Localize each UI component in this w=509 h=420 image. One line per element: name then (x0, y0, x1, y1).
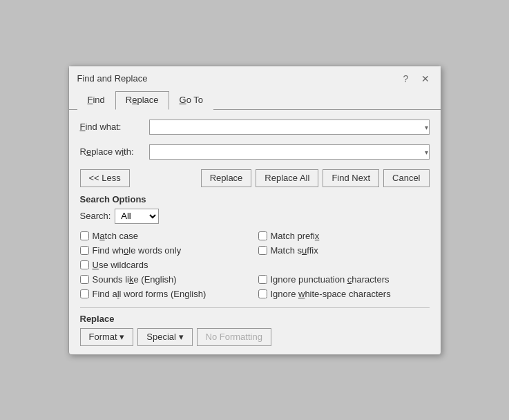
ignore-punct-row: Ignore punctuation characters (258, 273, 430, 286)
replace-section-title: Replace (80, 314, 430, 324)
match-case-label[interactable]: Match case (93, 231, 139, 241)
match-case-checkbox[interactable] (80, 231, 89, 240)
title-bar: Find and Replace ? ✕ (69, 66, 441, 86)
find-what-label: Find what: (80, 122, 149, 132)
all-forms-checkbox[interactable] (80, 289, 89, 298)
dialog-content: Find what: ▾ Replace with: ▾ << Less Rep… (69, 110, 441, 354)
options-grid: Match case Match prefix Find whole words… (80, 229, 430, 300)
whole-words-label[interactable]: Find whole words only (93, 245, 182, 256)
search-options-title: Search Options (80, 194, 430, 204)
less-button[interactable]: << Less (80, 169, 130, 187)
tab-find-label: Find (88, 95, 105, 105)
no-formatting-button[interactable]: No Formatting (197, 328, 271, 346)
match-suffix-checkbox[interactable] (258, 246, 267, 255)
tab-replace-label: Replace (126, 95, 159, 105)
format-button[interactable]: Format ▾ (80, 328, 134, 346)
tab-goto-label: Go To (180, 95, 203, 105)
sounds-like-checkbox[interactable] (80, 275, 89, 284)
tab-find[interactable]: Find (77, 91, 115, 110)
format-row: Format ▾ Special ▾ No Formatting (80, 328, 430, 346)
find-replace-dialog: Find and Replace ? ✕ Find Replace Go To … (68, 66, 441, 355)
section-divider (80, 307, 430, 308)
find-what-input[interactable] (149, 120, 430, 135)
replace-with-input-wrapper: ▾ (149, 144, 430, 160)
match-prefix-row: Match prefix (258, 229, 430, 242)
tab-goto[interactable]: Go To (169, 91, 213, 110)
ignore-space-checkbox[interactable] (258, 289, 267, 298)
wildcards-label[interactable]: Use wildcards (93, 260, 148, 270)
replace-with-row: Replace with: ▾ (80, 144, 430, 160)
sounds-like-label[interactable]: Sounds like (English) (93, 274, 177, 285)
find-next-button[interactable]: Find Next (323, 169, 379, 187)
whole-words-row: Find whole words only (80, 244, 251, 257)
ignore-space-label[interactable]: Ignore white-space characters (271, 289, 391, 299)
match-prefix-label[interactable]: Match prefix (271, 231, 320, 241)
sounds-like-row: Sounds like (English) (80, 273, 251, 286)
action-buttons-row: << Less Replace Replace All Find Next Ca… (80, 169, 430, 187)
cancel-button[interactable]: Cancel (383, 169, 429, 187)
search-direction-row: Search: All Up Down (80, 209, 430, 224)
help-button[interactable]: ? (399, 72, 413, 86)
special-button[interactable]: Special ▾ (137, 328, 192, 346)
replace-button[interactable]: Replace (201, 169, 252, 187)
replace-with-input[interactable] (149, 144, 430, 160)
replace-with-label: Replace with: (80, 146, 149, 157)
all-forms-row: Find all word forms (English) (80, 287, 251, 300)
whole-words-checkbox[interactable] (80, 246, 89, 255)
all-forms-label[interactable]: Find all word forms (English) (93, 289, 207, 299)
ignore-space-row: Ignore white-space characters (258, 287, 430, 300)
wildcards-checkbox[interactable] (80, 260, 89, 269)
match-prefix-checkbox[interactable] (258, 231, 267, 240)
title-controls: ? ✕ (399, 72, 432, 86)
replace-section: Replace Format ▾ Special ▾ No Formatting (80, 314, 430, 346)
match-case-row: Match case (80, 229, 251, 242)
find-what-row: Find what: ▾ (80, 120, 430, 135)
replace-all-button[interactable]: Replace All (256, 169, 318, 187)
ignore-punct-checkbox[interactable] (258, 275, 267, 284)
ignore-punct-label[interactable]: Ignore punctuation characters (271, 274, 390, 285)
find-what-input-wrapper: ▾ (149, 120, 430, 135)
match-suffix-row: Match suffix (258, 244, 430, 257)
search-label: Search: (80, 211, 111, 221)
tab-bar: Find Replace Go To (69, 86, 441, 110)
dialog-title: Find and Replace (77, 73, 148, 84)
wildcards-row: Use wildcards (80, 258, 251, 271)
tab-replace[interactable]: Replace (115, 91, 169, 110)
search-direction-select[interactable]: All Up Down (115, 209, 159, 224)
match-suffix-label[interactable]: Match suffix (271, 245, 318, 256)
close-button[interactable]: ✕ (419, 72, 432, 86)
